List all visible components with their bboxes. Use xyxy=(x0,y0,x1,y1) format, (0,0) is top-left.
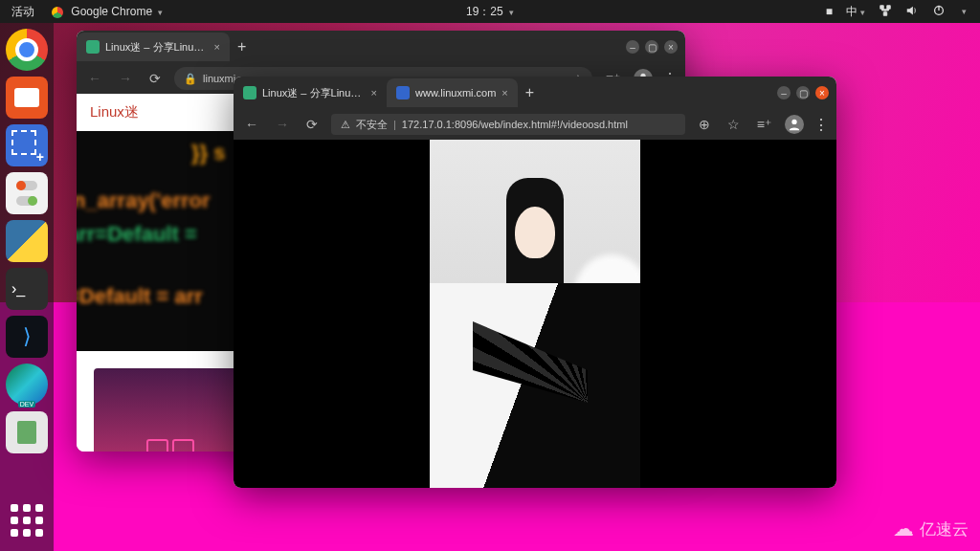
address-bar[interactable]: ⚠ 不安全 | 172.17.0.1:8096/web/index.html#!… xyxy=(331,114,685,135)
chrome-window-2: Linux迷 – 分享Linux和Py… × www.linuxmi.com ×… xyxy=(234,77,836,488)
favicon-icon xyxy=(243,86,256,99)
kebab-menu-icon[interactable]: ⋮ xyxy=(813,116,829,134)
tab-title: Linux迷 – 分享Linux和Py… xyxy=(105,40,209,55)
reload-button[interactable]: ⟳ xyxy=(302,115,322,134)
clock-label: 19：25 xyxy=(466,5,503,18)
ime-indicator[interactable]: 中▾ xyxy=(846,4,865,20)
dock-icon-edge-dev[interactable] xyxy=(6,364,48,406)
dock: ›_ ⟩ xyxy=(0,23,54,551)
chevron-down-icon: ▾ xyxy=(860,8,865,17)
reading-list-icon[interactable]: ≡⁺ xyxy=(753,115,775,134)
network-wired-icon xyxy=(879,4,892,17)
close-tab-icon[interactable]: × xyxy=(371,87,377,99)
tabstrip: Linux迷 – 分享Linux和Py… × www.linuxmi.com ×… xyxy=(234,77,836,109)
network-icon[interactable] xyxy=(879,4,892,20)
nav-forward-button[interactable]: → xyxy=(115,69,136,88)
watermark-text: 亿速云 xyxy=(920,518,969,540)
dock-icon-python[interactable] xyxy=(6,220,48,262)
close-tab-icon[interactable]: × xyxy=(214,41,220,53)
window-minimize-button[interactable]: – xyxy=(777,86,791,99)
volume-icon[interactable] xyxy=(905,4,919,20)
cloud-icon: ☁ xyxy=(893,517,914,541)
chevron-down-icon: ▾ xyxy=(158,8,163,17)
close-tab-icon[interactable]: × xyxy=(501,87,507,99)
dock-icon-terminal[interactable]: ›_ xyxy=(6,268,48,310)
video-frame xyxy=(430,140,640,488)
site-logo[interactable]: Linux迷 xyxy=(90,103,139,120)
favicon-icon xyxy=(86,40,100,54)
gnome-topbar: 活动 Google Chrome ▾ 19：25 ▾ ■ 中▾ ▾ xyxy=(0,0,980,23)
new-tab-button[interactable]: + xyxy=(230,38,254,55)
chevron-down-icon: ▾ xyxy=(509,8,514,17)
dock-icon-chrome[interactable] xyxy=(6,29,48,71)
window-close-button[interactable]: × xyxy=(815,86,829,99)
profile-avatar[interactable] xyxy=(785,115,804,134)
dock-icon-tweaks[interactable] xyxy=(6,172,48,214)
star-icon[interactable]: ☆ xyxy=(724,115,744,134)
security-label: 不安全 xyxy=(356,118,388,132)
chevron-down-icon: ▾ xyxy=(962,7,967,16)
power-off-icon xyxy=(932,4,946,17)
power-icon[interactable] xyxy=(932,4,946,20)
speaker-icon xyxy=(905,4,919,17)
app-menu-label: Google Chrome xyxy=(71,5,152,18)
ime-label: 中 xyxy=(846,5,858,18)
dock-icon-files[interactable] xyxy=(6,77,48,119)
window-maximize-button[interactable]: ▢ xyxy=(645,40,658,54)
window-maximize-button[interactable]: ▢ xyxy=(796,86,810,99)
url-text: 172.17.0.1:8096/web/index.html#!/videoos… xyxy=(402,119,628,130)
install-app-icon[interactable]: ⊕ xyxy=(695,115,714,134)
article-card[interactable] xyxy=(94,368,247,452)
tab-jellyfin[interactable]: www.linuxmi.com × xyxy=(387,78,518,107)
watermark: ☁ 亿速云 xyxy=(893,517,969,541)
tab-linuxmi[interactable]: Linux迷 – 分享Linux和Py… × xyxy=(77,33,230,61)
clock[interactable]: 19：25 ▾ xyxy=(466,4,514,20)
person-icon xyxy=(788,118,801,131)
video-player-area[interactable] xyxy=(234,140,836,488)
dock-icon-vscode[interactable]: ⟩ xyxy=(6,316,48,358)
tab-title: Linux迷 – 分享Linux和Py… xyxy=(262,86,366,100)
reload-button[interactable]: ⟳ xyxy=(145,69,165,88)
lock-icon: 🔒 xyxy=(184,73,197,85)
window-close-button[interactable]: × xyxy=(664,40,678,54)
nav-back-button[interactable]: ← xyxy=(241,115,262,134)
nav-back-button[interactable]: ← xyxy=(84,69,105,88)
nav-forward-button[interactable]: → xyxy=(272,115,293,134)
screen-record-indicator[interactable]: ■ xyxy=(826,5,833,18)
activities-button[interactable]: 活动 xyxy=(11,4,34,20)
tab-linuxmi-2[interactable]: Linux迷 – 分享Linux和Py… × xyxy=(234,78,387,107)
tabstrip: Linux迷 – 分享Linux和Py… × + – ▢ × xyxy=(77,31,685,63)
svg-point-3 xyxy=(791,120,796,124)
insecure-icon: ⚠ xyxy=(341,119,350,131)
show-applications-button[interactable] xyxy=(6,499,48,541)
dock-icon-screenshot[interactable] xyxy=(6,124,48,166)
app-menu[interactable]: Google Chrome ▾ xyxy=(52,5,163,18)
tab-title: www.linuxmi.com xyxy=(415,87,496,99)
new-tab-button[interactable]: + xyxy=(518,84,542,101)
dock-icon-trash[interactable] xyxy=(6,411,48,453)
browser-toolbar: ← → ⟳ ⚠ 不安全 | 172.17.0.1:8096/web/index.… xyxy=(234,109,836,140)
window-minimize-button[interactable]: – xyxy=(626,40,639,54)
favicon-icon xyxy=(396,86,410,99)
chrome-icon xyxy=(52,7,63,18)
